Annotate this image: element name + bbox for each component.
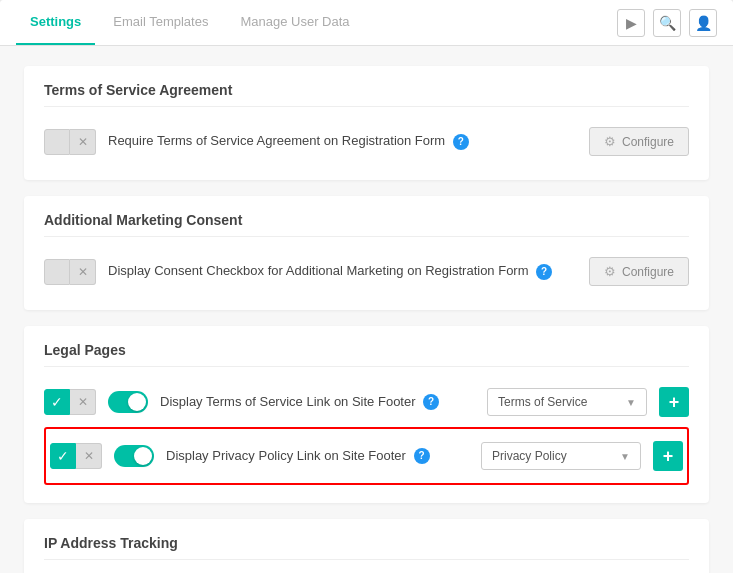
highlighted-row-privacy: ✓ ✕ Display Privacy Policy Link on Site …	[44, 427, 689, 485]
nav-bar: Settings Email Templates Manage User Dat…	[0, 0, 733, 46]
toggle-check-tos-link[interactable]: ✓	[44, 389, 70, 415]
toggle-wrap-tos-link[interactable]: ✓ ✕	[44, 389, 96, 415]
nav-tabs: Settings Email Templates Manage User Dat…	[16, 0, 617, 45]
row-display-consent: ✕ Display Consent Checkbox for Additiona…	[44, 249, 689, 294]
configure-btn-tos[interactable]: ⚙ Configure	[589, 127, 689, 156]
section-legal-pages: Legal Pages ✓ ✕ Display Terms of Service…	[24, 326, 709, 503]
toggle-check-marketing[interactable]	[44, 259, 70, 285]
toggle-require-tos[interactable]: ✕	[44, 129, 96, 155]
gear-icon-tos: ⚙	[604, 134, 616, 149]
tab-email-templates[interactable]: Email Templates	[99, 0, 222, 45]
dropdown-arrow-tos: ▼	[626, 397, 636, 408]
slider-toggle-tos-link[interactable]	[108, 391, 148, 413]
app-window: Settings Email Templates Manage User Dat…	[0, 0, 733, 573]
section-title-legal: Legal Pages	[44, 342, 689, 367]
toggle-x-privacy-link[interactable]: ✕	[76, 443, 102, 469]
gear-icon-marketing: ⚙	[604, 264, 616, 279]
dropdown-privacy-link[interactable]: Privacy Policy ▼	[481, 442, 641, 470]
row-require-tos: ✕ Require Terms of Service Agreement on …	[44, 119, 689, 164]
tab-settings[interactable]: Settings	[16, 0, 95, 45]
dropdown-arrow-privacy: ▼	[620, 451, 630, 462]
check-icon-privacy-link: ✓	[57, 448, 69, 464]
toggle-check-privacy-link[interactable]: ✓	[50, 443, 76, 469]
plus-btn-tos-link[interactable]: +	[659, 387, 689, 417]
dropdown-tos-link[interactable]: Terms of Service ▼	[487, 388, 647, 416]
toggle-check-tos[interactable]	[44, 129, 70, 155]
check-icon-tos-link: ✓	[51, 394, 63, 410]
section-title-tos: Terms of Service Agreement	[44, 82, 689, 107]
label-display-consent: Display Consent Checkbox for Additional …	[108, 262, 577, 280]
plus-btn-privacy-link[interactable]: +	[653, 441, 683, 471]
help-icon-privacy-link[interactable]: ?	[414, 448, 430, 464]
content-area: Terms of Service Agreement ✕ Require Ter…	[0, 46, 733, 573]
section-ip-tracking: IP Address Tracking ✕ Disable IP Address…	[24, 519, 709, 573]
nav-icons: ▶ 🔍 👤	[617, 9, 717, 37]
configure-btn-marketing[interactable]: ⚙ Configure	[589, 257, 689, 286]
row-tos-link: ✓ ✕ Display Terms of Service Link on Sit…	[44, 379, 689, 425]
help-icon-tos[interactable]: ?	[453, 134, 469, 150]
slider-toggle-privacy-link[interactable]	[114, 445, 154, 467]
section-title-marketing: Additional Marketing Consent	[44, 212, 689, 237]
label-tos-link: Display Terms of Service Link on Site Fo…	[160, 393, 475, 411]
toggle-x-tos-link[interactable]: ✕	[70, 389, 96, 415]
section-marketing: Additional Marketing Consent ✕ Display C…	[24, 196, 709, 310]
row-privacy-link: ✓ ✕ Display Privacy Policy Link on Site …	[50, 433, 683, 479]
help-icon-tos-link[interactable]: ?	[423, 394, 439, 410]
help-icon-marketing[interactable]: ?	[536, 264, 552, 280]
section-title-ip: IP Address Tracking	[44, 535, 689, 560]
toggle-display-consent[interactable]: ✕	[44, 259, 96, 285]
toggle-wrap-privacy-link[interactable]: ✓ ✕	[50, 443, 102, 469]
toggle-x-marketing[interactable]: ✕	[70, 259, 96, 285]
video-icon[interactable]: ▶	[617, 9, 645, 37]
label-privacy-link: Display Privacy Policy Link on Site Foot…	[166, 447, 469, 465]
label-require-tos: Require Terms of Service Agreement on Re…	[108, 132, 577, 150]
search-icon[interactable]: 🔍	[653, 9, 681, 37]
section-terms-of-service: Terms of Service Agreement ✕ Require Ter…	[24, 66, 709, 180]
toggle-x-tos[interactable]: ✕	[70, 129, 96, 155]
user-icon[interactable]: 👤	[689, 9, 717, 37]
tab-manage-user-data[interactable]: Manage User Data	[226, 0, 363, 45]
